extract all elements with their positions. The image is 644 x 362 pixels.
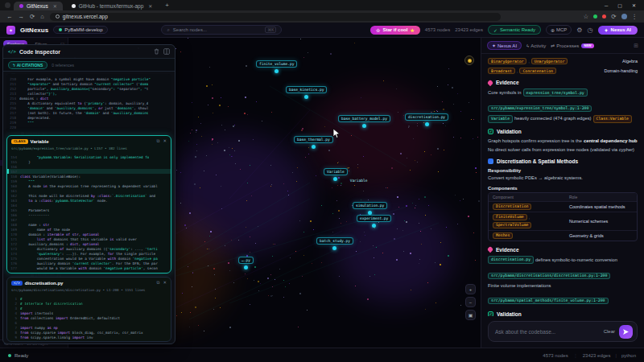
address-bar[interactable]: gitnexus.vercel.app [50,13,501,21]
citation-card-variable[interactable]: CLASS Variable ⧉ ✕ src/pybamm/expression… [6,135,171,274]
citation-card-discretisation[interactable]: </> discretisation.py ⧉ ✕ src/pybamm/dis… [6,277,171,342]
graph-label-Variable[interactable]: VariableVariable [324,168,348,181]
send-icon [622,328,630,335]
window-minimize-button[interactable]: ─ [605,3,608,8]
forward-button[interactable]: → [19,14,25,20]
browser-tab-github[interactable]: GitHub - termux/termux-app ✕ [66,2,159,10]
graph-node-marker[interactable] [275,69,279,73]
app-window: GitNexus ✕ GitHub - termux/termux-app ✕ … [0,0,644,362]
chat-send-button[interactable] [619,325,633,339]
graph-node-dot [234,150,235,151]
code-chip[interactable]: discretisation.py [488,256,534,264]
lightbulb-button[interactable] [464,56,474,65]
browser-profile-icon[interactable] [5,2,10,8]
tab-close-icon[interactable]: ✕ [53,3,57,9]
zoom-out-button[interactable]: − [465,297,476,307]
extension-icon-red[interactable] [602,14,606,19]
file-path-chip[interactable]: src/pybamm/spatial_methods/finite_volume… [488,298,609,304]
graph-label-base_kinetics.py[interactable]: base_kinetics.py [286,86,327,99]
graph-label-text: finite_volume.py [256,60,297,68]
site-info-icon[interactable] [56,14,60,19]
app-header: ✦ GitNexus PyBaMM-develop ⌕ Search nodes… [0,23,644,38]
window-close-button[interactable]: ✕ [632,2,636,8]
graph-label-batch_study.py[interactable]: batch_study.py [316,237,353,250]
graph-node-marker[interactable] [304,95,308,99]
fit-view-button[interactable]: ▣ [465,310,476,320]
panel-expand-icon[interactable]: ⊞ [634,43,638,49]
repo-selector[interactable]: PyBaMM-develop [53,26,108,34]
ai-chat-input[interactable]: Ask about the codebase... Clear [488,321,638,342]
graph-label-base_battery_model.py[interactable]: base_battery_model.py [338,115,390,128]
component-chip[interactable]: BinaryOperator [488,58,526,64]
component-chip[interactable]: Meshes [493,232,513,239]
tab-processes[interactable]: ⇄ Processes NEW [551,43,593,48]
component-chip[interactable]: Broadcast [488,68,515,74]
graph-node-marker[interactable] [362,124,366,128]
graph-node-dot [206,85,208,87]
component-chip[interactable]: Discretisation [493,204,531,210]
graph-label-text: discretisation.py [405,113,448,121]
graph-label-discretisation.py[interactable]: discretisation.py [405,113,448,126]
component-chip[interactable]: Concatenation [519,68,556,74]
tab-activity[interactable]: ϟ Activity [526,43,546,48]
copy-icon[interactable]: ⧉ [156,138,159,144]
component-chip[interactable]: UnaryOperator [531,58,568,64]
graph-node-dot [477,137,478,138]
close-icon[interactable]: ✕ [163,138,167,144]
tab-nexus-ai[interactable]: ✦ Nexus AI [487,41,522,50]
graph-label-.py[interactable]: ….py [238,257,254,269]
history-clock-icon[interactable]: ◷ [588,27,593,34]
extension-icon-green[interactable] [593,14,597,19]
graph-node-marker[interactable] [244,265,248,269]
settings-gear-icon[interactable]: ⚙ [576,27,582,34]
graph-label-experiment.py[interactable]: experiment.py [357,215,391,228]
browser-tab-gitnexus[interactable]: GitNexus ✕ [14,2,63,10]
trash-icon[interactable] [154,48,159,55]
graph-node-marker[interactable] [333,177,337,181]
ai-citations-tab[interactable]: ϟ AI CITATIONS [8,61,47,69]
file-path-chip[interactable]: src/pybamm/expression_tree/symbol.py:1-2… [488,105,592,112]
code-chip[interactable]: expression_tree/symbol.py [523,88,588,97]
docstring-code-view[interactable]: 210 For example, a symbol might have dom… [6,74,171,132]
graph-label-base_thermal.py[interactable]: base_thermal.py [294,136,333,149]
variable-code-view[interactable]: 154 "pybamm.Variable: Serialisation is o… [7,152,171,273]
new-badge: NEW [581,43,593,48]
pin-icon [487,79,493,85]
component-chip[interactable]: SpectralVolume [493,222,531,228]
browser-avatar[interactable] [621,14,627,19]
browser-toolbar: ← → ⟳ ⌂ gitnexus.vercel.app ☆ ⟳ ⋮ [0,10,644,23]
chat-clear-button[interactable]: Clear [604,329,615,334]
tab-title: GitNexus [27,3,48,9]
window-maximize-button[interactable]: ▢ [617,2,622,8]
copy-icon[interactable]: ⧉ [156,280,159,286]
reload-button[interactable]: ⟳ [30,14,35,20]
home-button[interactable]: ⌂ [40,14,44,20]
graph-node-marker[interactable] [372,224,376,228]
new-tab-button[interactable]: + [161,2,173,9]
file-code-view[interactable]: 1#2# Interface for discretisation3#4impo… [7,294,171,342]
mcp-button[interactable]: ⊕ MCP [546,25,572,35]
code-chip[interactable]: Variable [488,115,513,123]
ai-answer-scroll[interactable]: BinaryOperator,UnaryOperatorAlgebraBroad… [481,54,644,316]
component-table-top: BinaryOperator,UnaryOperatorAlgebraBroad… [488,58,638,74]
graph-node-marker[interactable] [312,145,316,149]
close-icon[interactable]: ✕ [163,280,167,286]
component-chip[interactable]: FiniteVolume [493,214,527,220]
graph-node-dot [253,139,254,140]
graph-label-simulation.py[interactable]: simulation.py [353,202,387,215]
node-search-input[interactable]: ⌕ Search nodes... ⌘K [161,25,282,35]
graph-node-marker[interactable] [425,122,429,126]
browser-menu-icon[interactable]: ⋮ [632,14,638,20]
zoom-in-button[interactable]: + [465,284,476,294]
back-button[interactable]: ← [6,14,13,20]
nexus-ai-button[interactable]: ✦ Nexus AI [598,26,638,35]
extensions-icon[interactable]: ⟳ [611,14,616,20]
graph-node-marker[interactable] [332,246,336,250]
class-chip[interactable]: Class:Variable [593,115,632,123]
bookmark-star-icon[interactable]: ☆ [583,14,588,20]
graph-label-finite_volume.py[interactable]: finite_volume.py [256,60,297,73]
tab-close-icon[interactable]: ✕ [148,3,152,9]
star-repo-button[interactable]: ☆ Star if cool ★ [370,26,420,35]
layout-columns-icon[interactable] [163,48,170,55]
file-path-chip[interactable]: src/pybamm/discretisations/discretisatio… [488,273,610,279]
